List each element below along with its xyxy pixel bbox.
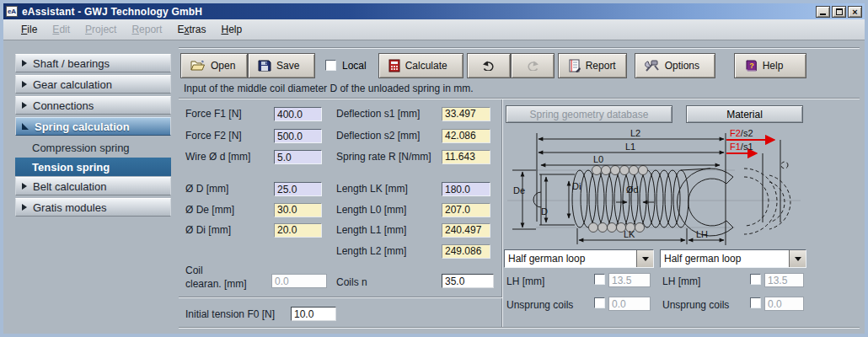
force-f2-input[interactable]	[274, 129, 322, 143]
left-unsprung-checkbox[interactable]	[594, 297, 605, 308]
sidebar-item-label: Gratis modules	[33, 201, 106, 214]
diagram-label-l1: L1	[625, 142, 635, 152]
material-button[interactable]: Material	[686, 105, 803, 123]
length-l1-output: 240.497	[442, 223, 490, 238]
collapsed-arrow-icon	[22, 204, 27, 211]
redo-button	[511, 53, 555, 78]
collapsed-arrow-icon	[22, 60, 27, 67]
field-label-wire-d: Wire Ø d [mm]	[185, 150, 250, 164]
field-label-length-l2: Length L2 [mm]	[336, 244, 406, 259]
wire-diameter-input[interactable]	[274, 150, 322, 164]
spring-rate-output: 11.643	[442, 150, 490, 164]
undo-icon	[481, 60, 496, 71]
help-book-icon: ?	[744, 59, 758, 72]
field-label-coils-n: Coils n	[336, 275, 367, 290]
sidebar-item-label: Shaft / bearings	[33, 57, 110, 70]
diagram-label-l0: L0	[593, 154, 603, 164]
sidebar-item-gratis-modules[interactable]: Gratis modules	[15, 198, 171, 217]
right-loop-type-value: Half german loop	[661, 250, 789, 267]
diagram-label-di: Di	[572, 181, 581, 191]
field-label-diameter-di: Ø Di [mm]	[185, 223, 231, 238]
maximize-icon	[836, 8, 843, 15]
left-lh-input	[608, 273, 651, 287]
outer-diameter-output: 30.0	[274, 203, 322, 217]
sidebar-item-compression-spring[interactable]: Compression spring	[15, 138, 171, 157]
collapsed-arrow-icon	[22, 81, 27, 88]
menu-help[interactable]: Help	[213, 20, 249, 39]
force-f1-input[interactable]	[274, 107, 322, 121]
close-button[interactable]: ×	[848, 6, 862, 18]
sidebar-item-tension-spring[interactable]: Tension spring	[15, 158, 171, 176]
maximize-button[interactable]	[832, 6, 846, 18]
sidebar-item-label: Spring calculation	[35, 120, 130, 133]
sidebar-item-label: Belt calculation	[33, 180, 106, 193]
coil-diameter-input[interactable]	[274, 182, 322, 196]
save-button[interactable]: Save	[248, 53, 315, 78]
sidebar-item-label: Tension spring	[32, 161, 110, 174]
sidebar-item-spring-calculation[interactable]: Spring calculation	[15, 117, 171, 136]
close-icon: ×	[852, 8, 857, 16]
left-lh-checkbox[interactable]	[594, 274, 605, 285]
sidebar-item-label: Compression spring	[32, 142, 130, 154]
menu-file[interactable]: File	[13, 20, 45, 39]
field-label-spring-rate: Spring rate R [N/mm]	[336, 150, 431, 164]
report-label: Report	[586, 60, 616, 72]
sidebar-item-label: Connections	[33, 99, 94, 112]
calculate-button[interactable]: Calculate	[378, 53, 463, 78]
status-hint-text: Input of the middle coil diameter D of t…	[184, 83, 474, 94]
calculate-label: Calculate	[405, 60, 447, 72]
diagram-label-f1: F1	[730, 142, 741, 152]
deflection-s1-output: 33.497	[442, 107, 490, 121]
diagram-label-s1: /s1	[741, 142, 753, 152]
field-label-initial-tension: Initial tension F0 [N]	[185, 308, 275, 322]
help-button[interactable]: ? Help	[734, 53, 806, 78]
sidebar-item-gear-calculation[interactable]: Gear calculation	[15, 75, 171, 94]
svg-text:F2/s2: F2/s2	[730, 128, 753, 138]
spring-diagram: L2 L1 L0 De D Di Ød LK LH F2/s2 F1/s1	[506, 126, 863, 248]
open-label: Open	[211, 60, 235, 72]
inner-diameter-output: 20.0	[274, 223, 322, 238]
diagram-label-lk: LK	[624, 229, 635, 239]
menu-project: Project	[78, 20, 124, 39]
undo-button[interactable]	[467, 53, 511, 78]
dropdown-arrow-button[interactable]	[789, 250, 806, 267]
field-label-length-l0: Length L0 [mm]	[336, 203, 406, 217]
right-unsprung-label: Unsprung coils	[662, 298, 729, 312]
svg-text:?: ?	[749, 62, 754, 70]
right-loop-type-dropdown[interactable]: Half german loop	[660, 249, 806, 268]
menu-extras[interactable]: Extras	[169, 20, 213, 39]
initial-tension-input[interactable]	[291, 307, 336, 321]
field-label-deflection-s2: Deflection s2 [mm]	[336, 129, 420, 143]
right-lh-label: LH [mm]	[662, 275, 700, 288]
divider	[179, 327, 860, 329]
right-lh-checkbox[interactable]	[750, 274, 761, 285]
length-lk-input[interactable]	[442, 182, 490, 196]
right-unsprung-checkbox[interactable]	[750, 297, 761, 308]
dropdown-arrow-button[interactable]	[636, 250, 653, 267]
help-label: Help	[763, 60, 784, 72]
diagram-label-lh: LH	[696, 229, 708, 239]
sidebar-item-connections[interactable]: Connections	[15, 96, 171, 115]
divider	[179, 98, 860, 99]
divider	[501, 99, 503, 327]
coils-n-input[interactable]	[442, 274, 494, 288]
local-checkbox-group[interactable]: Local	[325, 60, 367, 72]
menu-bar: File Edit Project Report Extras Help	[3, 19, 865, 40]
local-checkbox[interactable]	[325, 60, 336, 71]
sidebar-item-belt-calculation[interactable]: Belt calculation	[15, 177, 171, 195]
diagram-label-f2: F2	[730, 128, 741, 138]
coil-clearance-input	[271, 274, 327, 288]
sidebar-item-shaft-bearings[interactable]: Shaft / bearings	[15, 54, 171, 72]
chevron-down-icon	[795, 257, 801, 261]
open-button[interactable]: Open	[180, 53, 248, 78]
minimize-button[interactable]	[816, 6, 830, 18]
menu-edit: Edit	[45, 20, 78, 39]
save-floppy-icon	[258, 59, 271, 72]
field-label-length-lk: Length LK [mm]	[336, 182, 408, 196]
left-loop-type-dropdown[interactable]: Half german loop	[504, 249, 654, 268]
field-label-coil-clearance: clearan. [mm]	[185, 277, 247, 292]
field-label-deflection-s1: Deflection s1 [mm]	[336, 107, 420, 121]
divider	[179, 47, 860, 49]
options-button[interactable]: Options	[635, 53, 715, 78]
report-button[interactable]: Report	[558, 53, 627, 78]
